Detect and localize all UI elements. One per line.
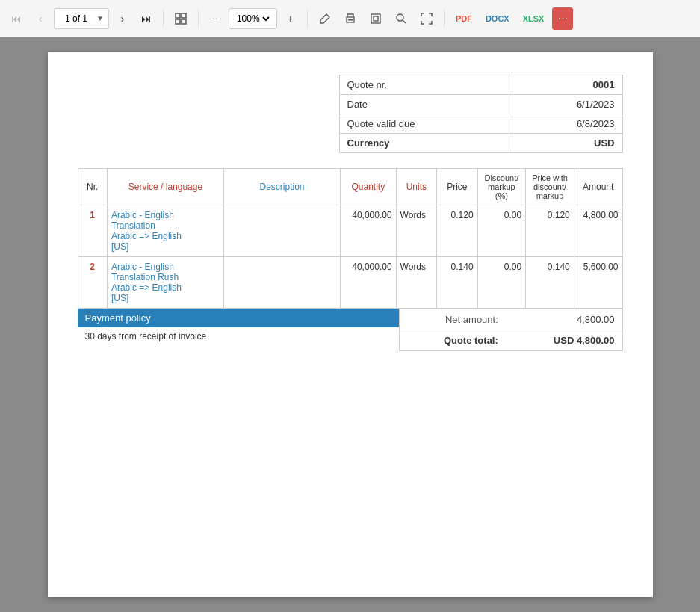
edit-icon	[319, 13, 331, 25]
valid-due-label: Quote valid due	[339, 114, 512, 134]
currency-row: Currency USD	[339, 134, 622, 153]
quote-total-row: Quote total: USD 4,800.00	[400, 330, 622, 351]
docx-label: DOCX	[486, 14, 509, 23]
row2-service-line4: [US]	[111, 293, 128, 303]
sep4	[444, 10, 445, 28]
row2-service-line3: Arabic => English	[111, 282, 182, 293]
col-header-description: Description	[223, 169, 340, 205]
row1-discount: 0.00	[477, 205, 526, 257]
date-label: Date	[339, 95, 512, 114]
row1-service-line2: Translation	[111, 220, 155, 231]
thumbnail-icon	[175, 13, 187, 25]
row2-quantity: 40,000.00	[341, 257, 397, 309]
quote-nr-label: Quote nr.	[339, 75, 512, 95]
row1-amount: 4,800.00	[574, 205, 622, 257]
svg-point-8	[397, 14, 403, 21]
currency-value: USD	[512, 134, 622, 153]
row1-description	[223, 205, 340, 257]
col-header-amount: Amount	[574, 169, 622, 205]
zoom-select[interactable]: 100% 75% 150%	[234, 13, 272, 25]
toolbar: ⏮ ‹ ▼ › ⏭ − 100% 75% 150% +	[0, 0, 700, 37]
svg-rect-3	[182, 19, 186, 24]
quote-total-label: Quote total:	[400, 330, 506, 351]
page-indicator-wrap: ▼	[54, 8, 109, 29]
row2-service: Arabic - English Translation Rush Arabic…	[107, 257, 223, 309]
fullscreen-button[interactable]	[415, 7, 438, 30]
extra-button[interactable]: ⋯	[552, 7, 573, 30]
page-input[interactable]	[58, 13, 95, 24]
col-header-units: Units	[396, 169, 437, 205]
row1-service: Arabic - English Translation Arabic => E…	[107, 205, 223, 257]
net-amount-label: Net amount:	[400, 309, 506, 330]
row2-price: 0.140	[437, 257, 477, 309]
main-area: Quote nr. 0001 Date 6/1/2023 Quote valid…	[0, 37, 700, 612]
svg-rect-6	[371, 14, 380, 23]
thumbnail-view-button[interactable]	[170, 7, 192, 30]
search-button[interactable]	[390, 7, 412, 30]
next-page-button[interactable]: ›	[112, 7, 133, 30]
row2-service-line1: Arabic - English	[111, 262, 174, 272]
col-header-nr: Nr.	[78, 169, 107, 205]
xlsx-button[interactable]: XLSX	[518, 7, 550, 30]
svg-rect-1	[182, 13, 186, 18]
svg-rect-5	[348, 19, 353, 21]
row2-nr: 2	[78, 257, 107, 309]
col-header-service: Service / language	[107, 169, 223, 205]
xlsx-label: XLSX	[523, 14, 545, 23]
search-icon	[395, 13, 407, 25]
first-page-button[interactable]: ⏮	[6, 7, 27, 30]
totals-table: Net amount: 4,800.00 Quote total: USD 4,…	[400, 309, 622, 350]
table-row: 1 Arabic - English Translation Arabic =>…	[78, 205, 622, 257]
edit-button[interactable]	[314, 7, 336, 30]
quote-table: Nr. Service / language Description Quant…	[78, 168, 623, 309]
totals-section: Net amount: 4,800.00 Quote total: USD 4,…	[399, 309, 623, 351]
row1-service-line4: [US]	[111, 241, 128, 252]
col-header-price-discount: Price with discount/ markup	[526, 169, 574, 205]
zoom-out-button[interactable]: −	[205, 7, 226, 30]
table-header-row: Nr. Service / language Description Quant…	[78, 169, 622, 205]
sep2	[198, 10, 199, 28]
row1-quantity: 40,000.00	[341, 205, 397, 257]
fullscreen-icon	[421, 13, 433, 25]
row2-units: Words	[396, 257, 437, 309]
col-header-quantity: Quantity	[341, 169, 397, 205]
zoom-in-button[interactable]: +	[280, 7, 301, 30]
svg-rect-0	[176, 13, 180, 18]
info-section: Quote nr. 0001 Date 6/1/2023 Quote valid…	[78, 75, 623, 153]
row2-service-line2: Translation Rush	[111, 272, 179, 282]
quote-total-value: USD 4,800.00	[506, 330, 622, 351]
docx-button[interactable]: DOCX	[480, 7, 515, 30]
col-header-price: Price	[437, 169, 477, 205]
document-page: Quote nr. 0001 Date 6/1/2023 Quote valid…	[48, 52, 653, 597]
page-dropdown-arrow[interactable]: ▼	[95, 14, 105, 22]
print-icon	[344, 13, 356, 25]
print-button[interactable]	[339, 7, 362, 30]
sep1	[163, 10, 164, 28]
row1-service-line1: Arabic - English	[111, 210, 174, 220]
pdf-label: PDF	[456, 14, 472, 23]
row1-service-line3: Arabic => English	[111, 231, 182, 241]
row1-units: Words	[396, 205, 437, 257]
svg-rect-7	[374, 16, 378, 21]
net-amount-row: Net amount: 4,800.00	[400, 309, 622, 330]
prev-page-button[interactable]: ‹	[30, 7, 51, 30]
row2-qty-value: 40,000.00	[352, 262, 391, 272]
svg-rect-2	[176, 19, 180, 24]
payment-text: 30 days from receipt of invoice	[78, 327, 399, 345]
fit-page-button[interactable]	[365, 7, 387, 30]
payment-left: Payment policy 30 days from receipt of i…	[78, 309, 399, 351]
pdf-button[interactable]: PDF	[450, 7, 477, 30]
zoom-wrap: 100% 75% 150%	[229, 8, 277, 29]
last-page-button[interactable]: ⏭	[136, 7, 157, 30]
row1-nr: 1	[78, 205, 107, 257]
svg-line-9	[403, 20, 406, 23]
currency-label: Currency	[339, 134, 512, 153]
payment-header: Payment policy	[78, 309, 399, 327]
row2-discount: 0.00	[477, 257, 526, 309]
net-amount-value: 4,800.00	[506, 309, 622, 330]
valid-due-row: Quote valid due 6/8/2023	[339, 114, 622, 134]
row2-price-with-discount: 0.140	[526, 257, 574, 309]
row1-qty-value: 40,000.00	[352, 210, 391, 220]
date-row: Date 6/1/2023	[339, 95, 622, 114]
table-row: 2 Arabic - English Translation Rush Arab…	[78, 257, 622, 309]
